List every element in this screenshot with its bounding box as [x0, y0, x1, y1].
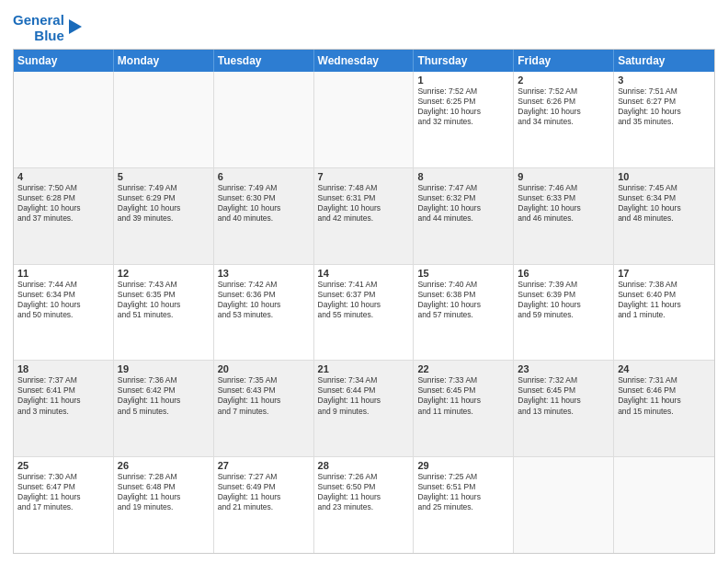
- cal-cell: 26Sunrise: 7:28 AM Sunset: 6:48 PM Dayli…: [114, 457, 214, 553]
- day-info: Sunrise: 7:30 AM Sunset: 6:47 PM Dayligh…: [17, 472, 109, 512]
- cal-week-row: 18Sunrise: 7:37 AM Sunset: 6:41 PM Dayli…: [14, 361, 714, 457]
- day-number: 14: [318, 268, 410, 279]
- cal-cell: [614, 457, 714, 553]
- day-info: Sunrise: 7:41 AM Sunset: 6:37 PM Dayligh…: [318, 280, 410, 320]
- day-number: 6: [218, 171, 310, 182]
- cal-header-wednesday: Wednesday: [314, 50, 415, 72]
- day-number: 21: [318, 363, 410, 374]
- cal-cell: 17Sunrise: 7:38 AM Sunset: 6:40 PM Dayli…: [614, 265, 714, 361]
- calendar-body: 1Sunrise: 7:52 AM Sunset: 6:25 PM Daylig…: [14, 72, 714, 553]
- cal-header-thursday: Thursday: [414, 50, 514, 72]
- day-info: Sunrise: 7:52 AM Sunset: 6:25 PM Dayligh…: [417, 86, 509, 127]
- day-info: Sunrise: 7:37 AM Sunset: 6:41 PM Dayligh…: [17, 375, 109, 416]
- day-number: 12: [118, 268, 210, 279]
- cal-cell: 1Sunrise: 7:52 AM Sunset: 6:25 PM Daylig…: [414, 72, 514, 167]
- cal-cell: [14, 72, 114, 167]
- day-info: Sunrise: 7:50 AM Sunset: 6:28 PM Dayligh…: [17, 183, 109, 224]
- header: General Blue: [13, 9, 715, 43]
- day-number: 26: [118, 460, 210, 471]
- cal-cell: 15Sunrise: 7:40 AM Sunset: 6:38 PM Dayli…: [414, 265, 514, 361]
- day-info: Sunrise: 7:28 AM Sunset: 6:48 PM Dayligh…: [118, 472, 210, 512]
- cal-cell: 19Sunrise: 7:36 AM Sunset: 6:42 PM Dayli…: [114, 361, 214, 456]
- day-number: 24: [618, 363, 711, 374]
- day-number: 2: [518, 75, 609, 86]
- day-info: Sunrise: 7:25 AM Sunset: 6:51 PM Dayligh…: [417, 472, 509, 512]
- day-info: Sunrise: 7:52 AM Sunset: 6:26 PM Dayligh…: [518, 86, 609, 127]
- day-info: Sunrise: 7:51 AM Sunset: 6:27 PM Dayligh…: [618, 86, 711, 127]
- cal-week-row: 11Sunrise: 7:44 AM Sunset: 6:34 PM Dayli…: [14, 265, 714, 362]
- logo-line2: Blue: [34, 29, 64, 44]
- day-info: Sunrise: 7:32 AM Sunset: 6:45 PM Dayligh…: [518, 375, 609, 416]
- day-number: 22: [417, 363, 509, 374]
- page: General Blue SundayMondayTuesdayWednesda…: [0, 0, 728, 563]
- calendar: SundayMondayTuesdayWednesdayThursdayFrid…: [13, 49, 715, 554]
- cal-cell: [214, 72, 314, 167]
- day-number: 19: [118, 363, 210, 374]
- cal-cell: [114, 72, 214, 167]
- day-info: Sunrise: 7:49 AM Sunset: 6:30 PM Dayligh…: [218, 183, 310, 224]
- day-number: 4: [17, 171, 109, 182]
- cal-cell: 14Sunrise: 7:41 AM Sunset: 6:37 PM Dayli…: [314, 265, 415, 361]
- day-number: 23: [518, 363, 609, 374]
- day-number: 3: [618, 75, 711, 86]
- day-info: Sunrise: 7:46 AM Sunset: 6:33 PM Dayligh…: [518, 183, 609, 224]
- cal-cell: 7Sunrise: 7:48 AM Sunset: 6:31 PM Daylig…: [314, 168, 415, 264]
- cal-header-tuesday: Tuesday: [214, 50, 314, 72]
- cal-cell: 22Sunrise: 7:33 AM Sunset: 6:45 PM Dayli…: [414, 361, 514, 456]
- day-number: 13: [218, 268, 310, 279]
- day-number: 7: [318, 171, 410, 182]
- day-number: 16: [518, 268, 609, 279]
- day-number: 28: [318, 460, 410, 471]
- day-info: Sunrise: 7:47 AM Sunset: 6:32 PM Dayligh…: [417, 183, 509, 224]
- cal-header-sunday: Sunday: [14, 50, 114, 72]
- day-number: 17: [618, 268, 711, 279]
- cal-cell: 25Sunrise: 7:30 AM Sunset: 6:47 PM Dayli…: [14, 457, 114, 553]
- day-number: 8: [417, 171, 509, 182]
- day-info: Sunrise: 7:34 AM Sunset: 6:44 PM Dayligh…: [318, 375, 410, 416]
- day-info: Sunrise: 7:33 AM Sunset: 6:45 PM Dayligh…: [417, 375, 509, 416]
- day-number: 15: [417, 268, 509, 279]
- cal-header-friday: Friday: [514, 50, 614, 72]
- cal-cell: 28Sunrise: 7:26 AM Sunset: 6:50 PM Dayli…: [314, 457, 415, 553]
- day-info: Sunrise: 7:38 AM Sunset: 6:40 PM Dayligh…: [618, 280, 711, 320]
- cal-cell: 10Sunrise: 7:45 AM Sunset: 6:34 PM Dayli…: [614, 168, 714, 264]
- cal-cell: 16Sunrise: 7:39 AM Sunset: 6:39 PM Dayli…: [514, 265, 614, 361]
- cal-cell: 12Sunrise: 7:43 AM Sunset: 6:35 PM Dayli…: [114, 265, 214, 361]
- cal-cell: 4Sunrise: 7:50 AM Sunset: 6:28 PM Daylig…: [14, 168, 114, 264]
- cal-cell: 29Sunrise: 7:25 AM Sunset: 6:51 PM Dayli…: [414, 457, 514, 553]
- cal-cell: 23Sunrise: 7:32 AM Sunset: 6:45 PM Dayli…: [514, 361, 614, 456]
- cal-header-saturday: Saturday: [614, 50, 714, 72]
- cal-cell: 24Sunrise: 7:31 AM Sunset: 6:46 PM Dayli…: [614, 361, 714, 456]
- day-info: Sunrise: 7:43 AM Sunset: 6:35 PM Dayligh…: [118, 280, 210, 320]
- day-info: Sunrise: 7:42 AM Sunset: 6:36 PM Dayligh…: [218, 280, 310, 320]
- cal-cell: [314, 72, 415, 167]
- day-info: Sunrise: 7:48 AM Sunset: 6:31 PM Dayligh…: [318, 183, 410, 224]
- day-info: Sunrise: 7:31 AM Sunset: 6:46 PM Dayligh…: [618, 375, 711, 416]
- day-number: 10: [618, 171, 711, 182]
- cal-cell: 27Sunrise: 7:27 AM Sunset: 6:49 PM Dayli…: [214, 457, 314, 553]
- logo: General Blue: [13, 13, 82, 43]
- day-info: Sunrise: 7:45 AM Sunset: 6:34 PM Dayligh…: [618, 183, 711, 224]
- day-number: 5: [118, 171, 210, 182]
- cal-cell: 6Sunrise: 7:49 AM Sunset: 6:30 PM Daylig…: [214, 168, 314, 264]
- day-number: 20: [218, 363, 310, 374]
- day-number: 9: [518, 171, 609, 182]
- logo-arrow-icon: [69, 19, 82, 34]
- day-number: 29: [417, 460, 509, 471]
- cal-cell: 3Sunrise: 7:51 AM Sunset: 6:27 PM Daylig…: [614, 72, 714, 167]
- cal-week-row: 25Sunrise: 7:30 AM Sunset: 6:47 PM Dayli…: [14, 457, 714, 553]
- cal-cell: 21Sunrise: 7:34 AM Sunset: 6:44 PM Dayli…: [314, 361, 415, 456]
- day-info: Sunrise: 7:26 AM Sunset: 6:50 PM Dayligh…: [318, 472, 410, 512]
- day-number: 1: [417, 75, 509, 86]
- day-number: 18: [17, 363, 109, 374]
- day-number: 27: [218, 460, 310, 471]
- cal-cell: [514, 457, 614, 553]
- calendar-header-row: SundayMondayTuesdayWednesdayThursdayFrid…: [14, 50, 714, 72]
- cal-cell: 2Sunrise: 7:52 AM Sunset: 6:26 PM Daylig…: [514, 72, 614, 167]
- logo-line1: General: [13, 13, 64, 29]
- cal-cell: 8Sunrise: 7:47 AM Sunset: 6:32 PM Daylig…: [414, 168, 514, 264]
- day-info: Sunrise: 7:44 AM Sunset: 6:34 PM Dayligh…: [17, 280, 109, 320]
- day-number: 25: [17, 460, 109, 471]
- day-info: Sunrise: 7:35 AM Sunset: 6:43 PM Dayligh…: [218, 375, 310, 416]
- day-number: 11: [17, 268, 109, 279]
